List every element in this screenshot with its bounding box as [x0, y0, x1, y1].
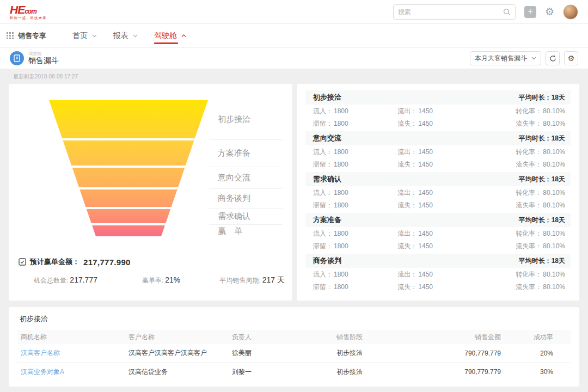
brand-logo-text: HEcom — [10, 4, 47, 15]
stage-name: 意向交流 — [313, 133, 341, 143]
refresh-button[interactable] — [546, 51, 560, 65]
funnel-segment-5[interactable] — [49, 209, 208, 223]
search-box[interactable] — [393, 4, 516, 20]
stage-flow-row: 流入：1800流出：1450转化率：80.10% — [305, 105, 571, 117]
funnel-stage-label: 方案准备 — [218, 148, 250, 158]
chevron-down-icon — [133, 34, 138, 38]
stat-label: 滞留： — [313, 201, 333, 209]
funnel-filter-select[interactable]: 本月大客销售漏斗 — [470, 51, 541, 65]
stat-label: 流失： — [397, 283, 417, 291]
opportunity-link[interactable]: 汉高业务对象A — [21, 367, 128, 377]
stage-section-header: 初步接洽平均时长：18天 — [305, 90, 571, 105]
stat-label: 流失率： — [516, 120, 542, 127]
stage-stay-row: 滞留：1800流失：1450流失率：80.10% — [305, 240, 571, 252]
nav-item-2[interactable]: 报表 — [113, 24, 138, 47]
funnel-summary-stats: 机会总数量:217.777赢单率:21%平均销售周期:217 天 — [17, 275, 284, 285]
user-avatar[interactable] — [563, 4, 578, 20]
stage-lost: 流失：1450 — [397, 242, 477, 251]
table-cell: 汉高客户汉高客户汉高客户 — [128, 348, 232, 358]
stage-avg-duration: 平均时长：18天 — [519, 256, 565, 266]
chevron-up-icon — [181, 34, 186, 38]
stat-label: 转化率： — [516, 271, 542, 278]
stat-label: 滞留： — [313, 161, 333, 168]
table-col-header: 销售金额 — [430, 333, 501, 342]
funnel-divider-line — [209, 224, 283, 225]
stat-value: 1800 — [334, 189, 348, 197]
workspace-switcher[interactable]: 销售专享 — [7, 31, 46, 41]
search-input[interactable] — [398, 8, 503, 16]
stat-label: 流失率： — [516, 283, 542, 291]
stat-label: 流失： — [397, 242, 417, 250]
stat-value: 80.10% — [543, 161, 565, 168]
summary-stat-label: 赢单率: — [142, 277, 163, 284]
stage-inflow: 流入：1800 — [313, 188, 397, 198]
settings-icon[interactable]: ⚙ — [545, 5, 554, 18]
stage-section-header: 方案准备平均时长：18天 — [305, 213, 571, 227]
funnel-divider-line — [209, 188, 283, 189]
opportunity-table: 商机名称客户名称负责人销售阶段销售金额成功率 汉高客户名称汉高客户汉高客户汉高客… — [17, 330, 571, 381]
stat-value: 1450 — [418, 201, 433, 209]
table-col-header: 负责人 — [232, 333, 336, 342]
table-cell: 30% — [501, 368, 567, 376]
stage-name: 方案准备 — [313, 215, 341, 225]
opportunity-link[interactable]: 汉高客户名称 — [21, 348, 128, 358]
expected-amount-label: 预计赢单金额： — [30, 257, 79, 267]
funnel-segment-3[interactable] — [49, 168, 208, 187]
stat-label: 流入： — [313, 271, 333, 278]
stat-label: 转化率： — [516, 189, 542, 197]
stage-stay-row: 滞留：1800流失：1450流失率：80.10% — [305, 117, 571, 130]
stage-section-header: 意向交流平均时长：18天 — [305, 131, 571, 145]
stage-conversion-rate: 转化率：80.10% — [477, 270, 565, 279]
stage-section-header: 需求确认平均时长：18天 — [305, 172, 571, 186]
stat-value: 80.10% — [543, 283, 565, 291]
stat-value: 1450 — [418, 120, 433, 127]
funnel-segment-6[interactable] — [49, 225, 208, 236]
stage-conversion-rate: 转化率：80.10% — [477, 188, 565, 198]
stage-section-5: 商务谈判平均时长：18天流入：1800流出：1450转化率：80.10%滞留：1… — [305, 254, 571, 293]
stage-conversion-rate: 转化率：80.10% — [477, 229, 565, 238]
stage-name: 商务谈判 — [313, 256, 341, 266]
search-icon — [503, 8, 511, 16]
stage-section-4: 方案准备平均时长：18天流入：1800流出：1450转化率：80.10%滞留：1… — [305, 213, 571, 252]
stat-value: 80.10% — [543, 120, 565, 127]
funnel-stage-label: 需求确认 — [218, 211, 250, 222]
funnel-card: 初步接洽方案准备意向交流商务谈判需求确认赢 单 预计赢单金额： 217,777.… — [9, 84, 292, 301]
nav-item-1[interactable]: 首页 — [72, 24, 97, 47]
funnel-divider-line — [209, 208, 283, 209]
nav-item-label: 驾驶舱 — [154, 31, 177, 41]
stage-section-2: 意向交流平均时长：18天流入：1800流出：1450转化率：80.10%滞留：1… — [305, 131, 571, 170]
funnel-segment-2[interactable] — [49, 140, 208, 166]
page-title: 销售漏斗 — [28, 57, 59, 65]
stat-label: 流出： — [397, 271, 417, 278]
stat-label: 流出： — [397, 230, 417, 237]
stage-outflow: 流出：1450 — [397, 107, 477, 116]
dashboard-settings-button[interactable]: ⚙ — [564, 51, 578, 65]
table-col-header: 商机名称 — [21, 333, 128, 342]
brand-tagline: 和你一起，科技未来 — [10, 16, 47, 20]
stat-label: 流入： — [313, 107, 333, 115]
funnel-segment-1[interactable] — [49, 100, 208, 138]
add-button[interactable]: + — [524, 6, 536, 18]
stage-stats-card: 初步接洽平均时长：18天流入：1800流出：1450转化率：80.10%滞留：1… — [297, 84, 579, 301]
stat-label: 转化率： — [516, 230, 542, 237]
workspace-label: 销售专享 — [18, 31, 46, 41]
gear-icon: ⚙ — [568, 54, 575, 63]
nav-item-3[interactable]: 驾驶舱 — [154, 24, 186, 47]
funnel-segment-4[interactable] — [49, 189, 208, 207]
stage-stay-row: 滞留：1800流失：1450流失率：80.10% — [305, 199, 571, 211]
summary-stat-label: 机会总数量: — [34, 277, 68, 284]
stat-value: 1450 — [418, 230, 433, 237]
funnel-stage-label: 商务谈判 — [218, 193, 250, 204]
stat-value: 1450 — [418, 161, 433, 168]
stat-value: 1800 — [334, 161, 348, 168]
stage-section-header: 商务谈判平均时长：18天 — [305, 254, 571, 268]
checkbox-check-icon[interactable] — [19, 258, 26, 266]
stage-stay: 滞留：1800 — [313, 160, 397, 169]
stat-label: 转化率： — [516, 148, 542, 156]
refresh-icon — [549, 55, 556, 62]
last-refresh-text: 最新刷新2018-08-08 17:27 — [9, 69, 579, 84]
stat-value: 1450 — [418, 242, 433, 250]
table-row: 汉高业务对象A汉高信贷业务刘黎一初步接洽790,779.77930% — [17, 363, 571, 381]
stat-value: 1450 — [418, 148, 433, 156]
table-cell: 初步接洽 — [336, 348, 430, 358]
